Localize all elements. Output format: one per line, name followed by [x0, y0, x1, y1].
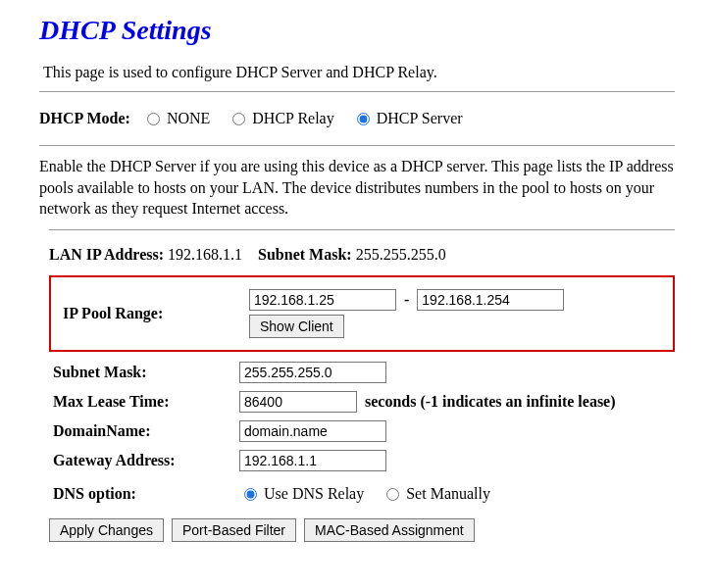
- subnet-mask-input[interactable]: [239, 362, 386, 383]
- dns-option-label: DNS option:: [49, 481, 235, 507]
- mode-radio-server-label: DHCP Server: [377, 110, 463, 126]
- dns-option-relay[interactable]: Use DNS Relay: [239, 485, 368, 502]
- gateway-address-input[interactable]: [239, 450, 386, 471]
- dhcp-mode-row: DHCP Mode: NONE DHCP Relay DHCP Server: [39, 102, 675, 135]
- lan-ip-label: LAN IP Address:: [49, 246, 164, 263]
- show-client-button[interactable]: Show Client: [249, 315, 344, 338]
- ip-pool-end-input[interactable]: [417, 289, 564, 311]
- max-lease-input[interactable]: [239, 391, 357, 413]
- dns-radio-relay-label: Use DNS Relay: [264, 485, 364, 502]
- mode-radio-relay-label: DHCP Relay: [252, 110, 333, 126]
- ip-pool-start-input[interactable]: [249, 289, 396, 311]
- dns-radio-manual[interactable]: [386, 488, 399, 501]
- mode-radio-server[interactable]: [357, 113, 370, 125]
- mode-radio-none[interactable]: [147, 113, 160, 125]
- lan-mask-value: 255.255.255.0: [356, 246, 446, 263]
- divider: [49, 229, 675, 230]
- divider: [39, 91, 675, 92]
- dns-radio-relay[interactable]: [244, 488, 257, 501]
- dash-icon: -: [404, 291, 409, 308]
- subnet-mask-label: Subnet Mask:: [49, 358, 235, 387]
- mode-option-none[interactable]: NONE: [142, 110, 214, 126]
- dns-option-manual[interactable]: Set Manually: [382, 485, 490, 502]
- ip-pool-highlight: IP Pool Range: - Show Client: [49, 275, 675, 352]
- dhcp-mode-label: DHCP Mode:: [39, 110, 130, 126]
- mac-based-assignment-button[interactable]: MAC-Based Assignment: [304, 518, 475, 542]
- mode-radio-relay[interactable]: [232, 113, 245, 125]
- domain-name-label: DomainName:: [49, 416, 235, 446]
- action-button-row: Apply Changes Port-Based Filter MAC-Base…: [49, 514, 675, 546]
- lan-mask-label: Subnet Mask:: [258, 246, 352, 263]
- max-lease-label: Max Lease Time:: [49, 387, 235, 416]
- port-based-filter-button[interactable]: Port-Based Filter: [172, 518, 296, 542]
- lan-info-line: LAN IP Address: 192.168.1.1 Subnet Mask:…: [49, 240, 675, 271]
- divider: [39, 145, 675, 146]
- mode-radio-none-label: NONE: [167, 110, 210, 126]
- mode-option-relay[interactable]: DHCP Relay: [228, 110, 337, 126]
- gateway-address-label: Gateway Address:: [49, 446, 235, 475]
- intro-text: This page is used to configure DHCP Serv…: [43, 64, 675, 81]
- lease-note: seconds (-1 indicates an infinite lease): [361, 393, 616, 410]
- mode-option-server[interactable]: DHCP Server: [352, 110, 463, 126]
- apply-changes-button[interactable]: Apply Changes: [49, 518, 164, 542]
- page-title: DHCP Settings: [39, 15, 675, 46]
- ip-pool-label: IP Pool Range:: [59, 285, 245, 342]
- domain-name-input[interactable]: [239, 420, 386, 442]
- dns-radio-manual-label: Set Manually: [406, 485, 490, 502]
- server-description: Enable the DHCP Server if you are using …: [39, 156, 675, 220]
- lan-ip-value: 192.168.1.1: [168, 246, 242, 263]
